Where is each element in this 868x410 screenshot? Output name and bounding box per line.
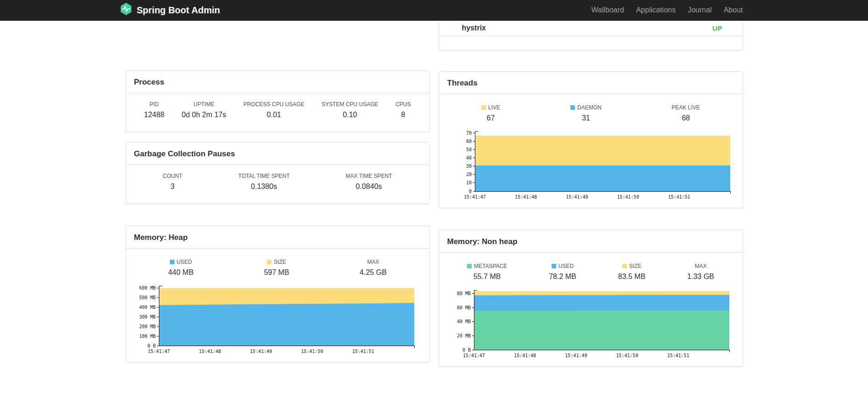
stat-gc-count: COUNT 3 [163, 173, 182, 191]
legend-label: PEAK LIVE [672, 104, 700, 111]
svg-text:15:41:50: 15:41:50 [616, 353, 638, 358]
memory-nonheap-card: Memory: Non heap METASPACE 55.7 MB USED … [439, 230, 743, 367]
left-column: Process PID 12488 UPTIME 0d 0h 2m 17s PR… [125, 70, 430, 363]
svg-text:15:41:48: 15:41:48 [514, 353, 536, 358]
legend-value: 55.7 MB [467, 273, 507, 281]
svg-text:60 MB: 60 MB [457, 305, 470, 310]
svg-text:15:41:48: 15:41:48 [515, 194, 537, 199]
svg-text:400 MB: 400 MB [139, 305, 155, 310]
svg-text:600 MB: 600 MB [139, 285, 155, 290]
stat-uptime: UPTIME 0d 0h 2m 17s [182, 101, 226, 119]
svg-text:20: 20 [466, 172, 471, 177]
memory-nonheap-legend: METASPACE 55.7 MB USED 78.2 MB SIZE 83.5… [446, 263, 735, 281]
memory-nonheap-body: METASPACE 55.7 MB USED 78.2 MB SIZE 83.5… [439, 253, 743, 366]
legend-label: USED [168, 259, 193, 265]
nav-item-about[interactable]: About [718, 6, 743, 14]
legend-swatch [267, 260, 271, 264]
svg-text:15:41:50: 15:41:50 [301, 349, 323, 354]
legend-label: SIZE [264, 259, 289, 265]
memory-heap-chart: 0 B100 MB200 MB300 MB400 MB500 MB600 MB1… [133, 283, 422, 357]
legend-swatch [570, 105, 575, 110]
threads-chart: 01020304050607015:41:4715:41:4815:41:491… [446, 129, 735, 202]
svg-text:0: 0 [468, 189, 471, 194]
legend-label: METASPACE [467, 263, 507, 269]
stat-label: SYSTEM CPU USAGE [321, 101, 378, 108]
svg-text:15:41:47: 15:41:47 [463, 194, 485, 199]
legend-size: SIZE 83.5 MB [618, 263, 646, 281]
top-navbar: Spring Boot Admin Wallboard Applications… [0, 0, 868, 21]
legend-used: USED 440 MB [168, 259, 193, 277]
legend-value: 31 [570, 114, 602, 122]
legend-used: USED 78.2 MB [549, 263, 576, 281]
legend-value: 68 [672, 114, 700, 122]
stat-value: 12488 [144, 111, 165, 119]
process-stats: PID 12488 UPTIME 0d 0h 2m 17s PROCESS CP… [126, 93, 429, 132]
memory-heap-card-heading: Memory: Heap [126, 226, 429, 249]
svg-text:200 MB: 200 MB [139, 324, 155, 329]
main-content: Process PID 12488 UPTIME 0d 0h 2m 17s PR… [125, 21, 743, 367]
legend-metaspace: METASPACE 55.7 MB [467, 263, 507, 281]
stat-system-cpu-usage: SYSTEM CPU USAGE 0.10 [321, 101, 378, 119]
legend-label: DAEMON [570, 104, 602, 111]
svg-text:40 MB: 40 MB [457, 319, 470, 324]
threads-card-heading: Threads [439, 72, 743, 94]
threads-body: LIVE 67 DAEMON 31 PEAK LIVE 68 010203040… [439, 94, 743, 208]
application-name: hystrix [462, 24, 486, 32]
memory-heap-legend: USED 440 MB SIZE 597 MB MAX 4.25 GB [133, 259, 422, 277]
stat-value: 0.10 [321, 111, 378, 119]
navbar-inner: Spring Boot Admin Wallboard Applications… [125, 0, 743, 20]
svg-text:15:41:47: 15:41:47 [147, 349, 169, 354]
memory-heap-card-title: Memory: Heap [134, 233, 188, 242]
stat-gc-total-time: TOTAL TIME SPENT 0.1380s [238, 173, 290, 191]
svg-text:15:41:47: 15:41:47 [462, 353, 485, 358]
threads-card-title: Threads [447, 79, 478, 87]
stat-label: CPUS [395, 101, 411, 108]
svg-text:30: 30 [466, 164, 471, 169]
svg-text:0 B: 0 B [462, 347, 470, 353]
gc-card: Garbage Collection Pauses COUNT 3 TOTAL … [125, 142, 430, 204]
legend-label: MAX [687, 263, 714, 269]
legend-max: MAX 4.25 GB [360, 259, 387, 277]
svg-text:300 MB: 300 MB [139, 314, 155, 319]
stat-value: 0.0840s [346, 182, 392, 191]
brand-logo-icon [120, 2, 132, 18]
gc-stats: COUNT 3 TOTAL TIME SPENT 0.1380s MAX TIM… [126, 165, 429, 204]
memory-heap-card: Memory: Heap USED 440 MB SIZE 597 MB MAX… [125, 226, 430, 363]
svg-text:15:41:51: 15:41:51 [668, 194, 690, 199]
stat-pid: PID 12488 [144, 101, 165, 119]
legend-label: USED [549, 263, 576, 269]
brand-link[interactable]: Spring Boot Admin [120, 2, 220, 18]
stat-label: TOTAL TIME SPENT [238, 173, 290, 179]
application-row[interactable]: hystrix UP [439, 21, 743, 36]
right-column: hystrix UP Threads LIVE 67 DAEMON 31 [439, 21, 743, 367]
stat-value: 8 [395, 111, 411, 119]
svg-text:80 MB: 80 MB [457, 291, 470, 296]
stat-label: PROCESS CPU USAGE [243, 101, 304, 108]
svg-text:0 B: 0 B [147, 343, 155, 348]
legend-label: LIVE [481, 104, 500, 111]
threads-card: Threads LIVE 67 DAEMON 31 PEAK LIVE 68 [439, 71, 743, 208]
legend-value: 1.33 GB [687, 273, 714, 281]
svg-text:15:41:49: 15:41:49 [566, 194, 588, 199]
stat-cpus: CPUS 8 [395, 101, 411, 119]
svg-text:60: 60 [466, 139, 471, 144]
legend-swatch [467, 264, 472, 268]
nav-item-journal[interactable]: Journal [682, 6, 717, 14]
legend-swatch [481, 105, 486, 110]
process-card: Process PID 12488 UPTIME 0d 0h 2m 17s PR… [125, 70, 430, 132]
svg-text:40: 40 [466, 155, 471, 160]
svg-text:10: 10 [466, 180, 471, 185]
svg-text:50: 50 [466, 147, 471, 152]
brand-title: Spring Boot Admin [137, 5, 220, 16]
stat-value: 0.1380s [238, 182, 290, 191]
stat-gc-max-time: MAX TIME SPENT 0.0840s [346, 173, 392, 191]
memory-nonheap-card-heading: Memory: Non heap [439, 230, 743, 253]
stat-value: 3 [163, 182, 182, 191]
stat-label: MAX TIME SPENT [346, 173, 392, 179]
svg-text:15:41:50: 15:41:50 [617, 194, 639, 199]
nav-item-applications[interactable]: Applications [630, 6, 682, 14]
stat-value: 0.01 [243, 111, 304, 119]
nav-item-wallboard[interactable]: Wallboard [585, 6, 630, 14]
nav-links: Wallboard Applications Journal About [585, 6, 743, 14]
legend-swatch [170, 260, 175, 264]
